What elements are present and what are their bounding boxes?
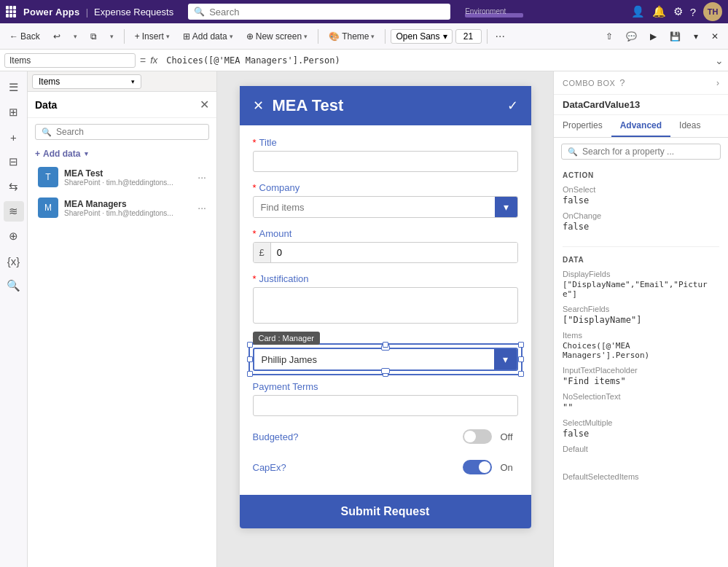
person-icon[interactable]: 👤	[631, 5, 645, 18]
sidebar-search[interactable]: 🔍	[35, 124, 209, 140]
rp-prop-displayfields-value[interactable]: ["DisplayName","Email","Picture"]	[563, 280, 719, 299]
submit-button[interactable]: Submit Request	[240, 495, 531, 528]
rp-prop-defaultselecteditems-label: DefaultSelectedItems	[563, 472, 719, 481]
form-input-title[interactable]	[253, 151, 518, 172]
help-icon[interactable]: ?	[690, 6, 696, 18]
form-check-icon[interactable]: ✓	[507, 98, 518, 114]
rp-prop-defaultselecteditems-value[interactable]	[563, 482, 719, 494]
rp-prop-searchfields-value[interactable]: ["DisplayName"]	[563, 315, 719, 325]
formula-field-name[interactable]: Items	[4, 53, 136, 68]
add-data-button[interactable]: + Add data ▾	[28, 146, 216, 162]
nav-insert-icon[interactable]: +	[4, 127, 24, 147]
avatar[interactable]: TH	[703, 2, 722, 21]
nav-layers-icon[interactable]: ⊞	[4, 102, 24, 122]
nav-data-icon[interactable]: ⊟	[4, 152, 24, 172]
form-header: ✕ MEA Test ✓	[240, 86, 531, 125]
insert-icon: +	[135, 31, 140, 42]
toggle-budgeted[interactable]	[463, 429, 492, 444]
copy-button[interactable]: ⧉	[85, 29, 102, 44]
amount-input[interactable]	[271, 243, 517, 262]
manager-input[interactable]	[254, 350, 494, 369]
form-select-company[interactable]: ▾	[253, 196, 518, 218]
play-button[interactable]: ▶	[645, 29, 662, 44]
nav-menu-icon[interactable]: ☰	[4, 77, 24, 98]
undo-button[interactable]: ↩	[48, 29, 66, 44]
form-close-icon[interactable]: ✕	[253, 98, 264, 114]
app-launcher-icon[interactable]	[6, 6, 17, 17]
save-button[interactable]: 💾	[665, 29, 686, 44]
mea-managers-text: MEA Managers SharePoint · tim.h@teddingt…	[64, 199, 192, 217]
theme-button[interactable]: 🎨 Theme ▾	[324, 29, 380, 44]
font-select[interactable]: Open Sans ▾	[391, 29, 452, 44]
rp-prop-selectmultiple: SelectMultiple false	[563, 418, 719, 439]
tab-advanced[interactable]: Advanced	[611, 115, 670, 137]
nav-search-icon[interactable]: 🔍	[4, 275, 24, 296]
sidebar-search-input[interactable]	[56, 127, 203, 137]
rp-prop-onselect-value[interactable]: false	[563, 195, 719, 206]
rp-search[interactable]: 🔍	[561, 144, 721, 160]
rp-prop-onchange-label: OnChange	[563, 211, 719, 220]
tab-ideas[interactable]: Ideas	[670, 115, 709, 137]
mea-managers-more-icon[interactable]: ···	[197, 202, 206, 214]
canvas: ✕ MEA Test ✓ *Title *Company	[217, 71, 553, 567]
rp-prop-noselectiontext-value[interactable]: ""	[563, 402, 719, 412]
form-label-title: *Title	[253, 137, 518, 148]
toggle-thumb-budgeted	[464, 431, 476, 442]
toggle-capex[interactable]	[463, 460, 492, 474]
form-toggle-budgeted: Budgeted? Off	[253, 426, 518, 447]
rp-prop-inputtextplaceholder-value[interactable]: "Find items"	[563, 376, 719, 386]
font-size-input[interactable]	[455, 29, 482, 44]
more-options[interactable]: ···	[493, 30, 508, 43]
rp-prop-inputtextplaceholder: InputTextPlaceholder "Find items"	[563, 366, 719, 386]
mea-test-more-icon[interactable]: ···	[197, 171, 206, 183]
form-body: *Title *Company ▾	[240, 125, 531, 489]
toggle-state-capex: On	[501, 462, 518, 473]
data-item-mea-managers[interactable]: M MEA Managers SharePoint · tim.h@teddin…	[31, 193, 214, 222]
close-button[interactable]: ✕	[706, 29, 724, 44]
rp-prop-default-value[interactable]	[563, 455, 719, 466]
form-textarea-justification[interactable]	[253, 287, 518, 324]
rp-search-input[interactable]	[582, 146, 714, 157]
rp-prop-items-label: Items	[563, 331, 719, 340]
add-data-button[interactable]: ⊞ Add data ▾	[178, 29, 238, 44]
manager-select-btn[interactable]: ▾	[494, 349, 517, 369]
search-box[interactable]: 🔍	[188, 4, 450, 20]
sidebar-header: Data ✕	[28, 92, 216, 118]
sidebar-close-icon[interactable]: ✕	[200, 98, 209, 112]
new-screen-button[interactable]: ⊕ New screen ▾	[241, 29, 313, 44]
insert-button[interactable]: + Insert ▾	[130, 29, 175, 44]
data-item-mea-test[interactable]: T MEA Test SharePoint · tim.h@teddington…	[31, 163, 214, 192]
gear-icon[interactable]: ⚙	[673, 5, 683, 18]
undo-dropdown[interactable]: ▾	[69, 31, 82, 42]
company-select-input[interactable]	[254, 198, 495, 217]
rp-section-action: ACTION OnSelect false OnChange false	[554, 165, 728, 243]
back-button[interactable]: ← Back	[4, 29, 45, 44]
rp-prop-searchfields: SearchFields ["DisplayName"]	[563, 305, 719, 325]
rp-help-icon[interactable]: ?	[619, 77, 625, 88]
manager-resize-bottom-handle[interactable]	[381, 368, 390, 374]
rp-prop-items-value[interactable]: Choices([@'MEA Managers'].Person)	[563, 341, 719, 360]
formula-bar: Items = fx ⌄	[0, 50, 728, 71]
form-input-payment-terms[interactable]	[253, 395, 518, 416]
manager-resize-top-handle[interactable]	[381, 345, 390, 351]
bell-icon[interactable]: 🔔	[652, 5, 666, 18]
nav-connections-icon[interactable]: ⇆	[4, 176, 24, 197]
new-screen-icon: ⊕	[246, 31, 254, 42]
rp-expand-icon[interactable]: ›	[716, 78, 719, 88]
company-select-btn[interactable]: ▾	[495, 197, 517, 217]
publish-button[interactable]: ▾	[689, 29, 703, 44]
nav-components-icon[interactable]: ⊕	[4, 226, 24, 246]
brand-label: Power Apps	[23, 7, 80, 17]
items-dropdown[interactable]: Items ▾	[32, 74, 141, 89]
comment-button[interactable]: 💬	[621, 29, 642, 44]
rp-prop-onchange-value[interactable]: false	[563, 222, 719, 232]
copy-dropdown[interactable]: ▾	[105, 31, 119, 42]
search-input[interactable]	[209, 7, 445, 17]
tab-properties[interactable]: Properties	[554, 115, 611, 137]
rp-prop-selectmultiple-value[interactable]: false	[563, 429, 719, 439]
formula-expand-icon[interactable]: ⌄	[715, 55, 724, 66]
nav-formula-icon[interactable]: {x}	[4, 251, 24, 271]
share-button[interactable]: ⇧	[600, 29, 618, 44]
formula-input[interactable]	[163, 54, 711, 67]
nav-variables-icon[interactable]: ≋	[4, 201, 24, 222]
